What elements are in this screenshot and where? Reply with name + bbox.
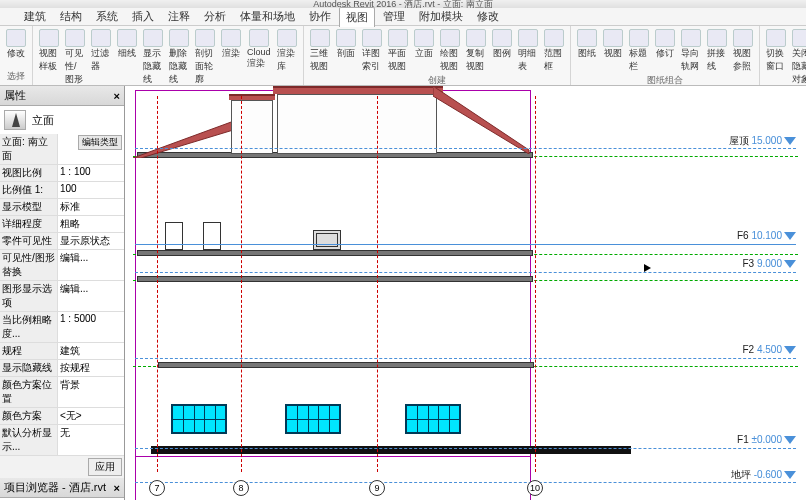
tool-icon xyxy=(577,29,597,47)
close-icon[interactable]: × xyxy=(114,90,120,102)
property-row[interactable]: 详细程度粗略 xyxy=(0,216,124,233)
tool-icon xyxy=(117,29,137,47)
property-row[interactable]: 比例值 1:100 xyxy=(0,182,124,199)
property-row[interactable]: 零件可见性显示原状态 xyxy=(0,233,124,250)
menu-tab[interactable]: 插入 xyxy=(126,7,160,26)
tool-icon xyxy=(39,29,59,47)
level-line[interactable] xyxy=(135,448,796,449)
ribbon-button[interactable]: 关闭隐藏对象 xyxy=(790,28,806,86)
type-selector[interactable]: 立面: 南立面 xyxy=(0,134,58,164)
level-label[interactable]: F2 4.500 xyxy=(743,344,796,355)
menu-tab[interactable]: 建筑 xyxy=(18,7,52,26)
property-row[interactable]: 可见性/图形替换编辑... xyxy=(0,250,124,281)
grid-bubble[interactable]: 7 xyxy=(149,480,165,496)
ribbon-button[interactable]: 图纸 xyxy=(575,28,599,74)
ribbon-button[interactable]: 立面 xyxy=(412,28,436,74)
ribbon-button[interactable]: 剖面 xyxy=(334,28,358,74)
ribbon-button[interactable]: 显示隐藏线 xyxy=(141,28,165,86)
property-row[interactable]: 显示隐藏线按规程 xyxy=(0,360,124,377)
level-label[interactable]: F1 ±0.000 xyxy=(737,434,796,445)
ribbon-button[interactable]: Cloud渲染 xyxy=(245,28,273,86)
grid-bubble[interactable]: 10 xyxy=(527,480,543,496)
type-name: 立面 xyxy=(32,113,54,128)
ribbon-button[interactable]: 标题栏 xyxy=(627,28,651,74)
ribbon-button[interactable]: 详图索引 xyxy=(360,28,384,74)
tool-icon xyxy=(91,29,111,47)
roof-main xyxy=(273,86,443,94)
ribbon-button[interactable]: 图例 xyxy=(490,28,514,74)
ribbon-button[interactable]: 修改 xyxy=(4,28,28,61)
level-label[interactable]: F6 10.100 xyxy=(737,230,796,241)
grid-bubble[interactable]: 9 xyxy=(369,480,385,496)
ribbon-button[interactable]: 修订 xyxy=(653,28,677,74)
ribbon-button[interactable]: 渲染 xyxy=(219,28,243,86)
grid-line[interactable] xyxy=(535,96,536,472)
grid-line[interactable] xyxy=(241,96,242,472)
tool-icon xyxy=(388,29,408,47)
ribbon-button[interactable]: 剖切面轮廓 xyxy=(193,28,217,86)
edit-type-button[interactable]: 编辑类型 xyxy=(78,135,122,150)
level-label[interactable]: F3 9.000 xyxy=(743,258,796,269)
ribbon-button[interactable]: 范围框 xyxy=(542,28,566,74)
menu-tab[interactable]: 协作 xyxy=(303,7,337,26)
roof-right xyxy=(433,86,533,154)
ribbon-button[interactable]: 平面视图 xyxy=(386,28,410,74)
grid-line[interactable] xyxy=(377,96,378,472)
menu-tab[interactable]: 系统 xyxy=(90,7,124,26)
ribbon-button[interactable]: 渲染库 xyxy=(275,28,299,86)
ribbon-button[interactable]: 视图样板 xyxy=(37,28,61,86)
menu-tab[interactable]: 视图 xyxy=(339,7,375,27)
menu-tab[interactable]: 结构 xyxy=(54,7,88,26)
tool-icon xyxy=(143,29,163,47)
menu-tab[interactable]: 附加模块 xyxy=(413,7,469,26)
tool-icon xyxy=(6,29,26,47)
apply-button[interactable]: 应用 xyxy=(88,458,122,476)
tool-icon xyxy=(733,29,753,47)
grid-bubble[interactable]: 8 xyxy=(233,480,249,496)
browser-title-label: 项目浏览器 - 酒店.rvt xyxy=(4,480,106,495)
properties-panel-title: 属性 × xyxy=(0,86,124,106)
browser-panel-title: 项目浏览器 - 酒店.rvt × xyxy=(0,478,124,498)
ribbon-button[interactable]: 绘图视图 xyxy=(438,28,462,74)
window xyxy=(285,404,341,434)
ribbon-button[interactable]: 复制视图 xyxy=(464,28,488,74)
menu-tab[interactable]: 分析 xyxy=(198,7,232,26)
property-row[interactable]: 颜色方案位置背景 xyxy=(0,377,124,408)
ribbon-button[interactable]: 拼接线 xyxy=(705,28,729,74)
tool-icon xyxy=(707,29,727,47)
menu-tab[interactable]: 体量和场地 xyxy=(234,7,301,26)
level-line[interactable] xyxy=(135,148,796,149)
property-row[interactable]: 当比例粗略度...1 : 5000 xyxy=(0,312,124,343)
drawing-canvas[interactable]: 屋顶 15.000F6 10.100F3 9.000F2 4.500F1 ±0.… xyxy=(125,86,806,500)
tool-icon xyxy=(336,29,356,47)
menu-tab[interactable]: 管理 xyxy=(377,7,411,26)
menu-tab[interactable]: 修改 xyxy=(471,7,505,26)
level-line[interactable] xyxy=(135,358,796,359)
ribbon-button[interactable]: 细线 xyxy=(115,28,139,86)
ribbon-button[interactable]: 明细表 xyxy=(516,28,540,74)
tool-icon xyxy=(362,29,382,47)
ribbon-button[interactable]: 过滤器 xyxy=(89,28,113,86)
level-line[interactable] xyxy=(135,244,796,245)
ribbon-button[interactable]: 导向轨网 xyxy=(679,28,703,74)
ribbon-button[interactable]: 视图参照 xyxy=(731,28,755,74)
svg-marker-1 xyxy=(433,86,529,154)
property-row[interactable]: 规程建筑 xyxy=(0,343,124,360)
ribbon-button[interactable]: 切换窗口 xyxy=(764,28,788,86)
grid-line[interactable] xyxy=(157,96,158,472)
ribbon-button[interactable]: 视图 xyxy=(601,28,625,74)
property-row[interactable]: 默认分析显示...无 xyxy=(0,425,124,456)
level-line[interactable] xyxy=(135,272,796,273)
close-icon[interactable]: × xyxy=(114,482,120,494)
menu-tab[interactable]: 注释 xyxy=(162,7,196,26)
ribbon-button[interactable]: 可见性/图形 xyxy=(63,28,87,86)
ribbon-button[interactable]: 三维视图 xyxy=(308,28,332,74)
level-label[interactable]: 地坪 -0.600 xyxy=(731,468,796,482)
properties-title-label: 属性 xyxy=(4,88,26,103)
property-row[interactable]: 图形显示选项编辑... xyxy=(0,281,124,312)
property-row[interactable]: 视图比例1 : 100 xyxy=(0,165,124,182)
ribbon-button[interactable]: 删除隐藏线 xyxy=(167,28,191,86)
property-row[interactable]: 显示模型标准 xyxy=(0,199,124,216)
property-row[interactable]: 颜色方案<无> xyxy=(0,408,124,425)
level-label[interactable]: 屋顶 15.000 xyxy=(729,134,796,148)
